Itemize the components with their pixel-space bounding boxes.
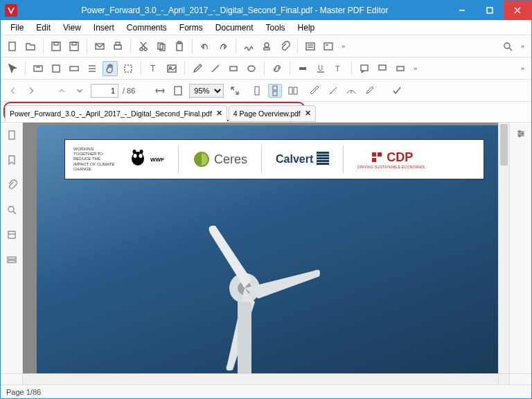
svg-rect-8 <box>72 42 76 45</box>
minimize-button[interactable] <box>448 1 476 20</box>
measure-icon[interactable] <box>344 84 358 98</box>
new-icon[interactable] <box>5 39 20 54</box>
highlight-icon[interactable] <box>295 61 310 76</box>
rect-icon[interactable] <box>226 61 241 76</box>
edit-list-icon[interactable] <box>85 61 100 76</box>
toolbar-overflow-icon[interactable]: » <box>339 43 348 50</box>
svg-rect-10 <box>114 45 121 49</box>
thumbnails-icon[interactable] <box>5 128 19 142</box>
callout-icon[interactable] <box>375 61 390 76</box>
attachments-icon[interactable] <box>5 178 19 192</box>
grid-icon[interactable] <box>326 84 340 98</box>
undo-icon[interactable] <box>197 39 213 54</box>
fit-page-icon[interactable] <box>171 84 185 98</box>
document-viewer[interactable]: WORKING TOGETHER TO REDUCE THE IMPACT OF… <box>23 123 509 373</box>
facing-page-icon[interactable] <box>286 84 300 98</box>
svg-rect-56 <box>9 131 15 139</box>
menu-comments[interactable]: Comments <box>121 21 172 34</box>
svg-rect-51 <box>273 91 277 96</box>
toolbar-main: » » <box>1 35 531 57</box>
page-up-icon[interactable] <box>55 84 69 98</box>
close-icon[interactable]: ✕ <box>216 109 222 118</box>
menu-document[interactable]: Document <box>210 21 259 34</box>
link-icon[interactable] <box>269 61 285 76</box>
page-number-input[interactable] <box>91 84 118 98</box>
underline-icon[interactable]: U <box>313 61 328 76</box>
line-icon[interactable] <box>208 61 223 76</box>
zoom-select[interactable]: 95% <box>189 84 224 98</box>
search-icon[interactable] <box>500 39 515 54</box>
cut-icon[interactable] <box>136 39 151 54</box>
svg-point-80 <box>518 131 520 133</box>
svg-point-63 <box>132 152 144 166</box>
edit-form-icon[interactable] <box>66 61 82 76</box>
menu-tools[interactable]: Tools <box>260 21 291 34</box>
hand-icon[interactable] <box>103 61 118 76</box>
note-icon[interactable] <box>357 61 372 76</box>
open-icon[interactable] <box>23 39 38 54</box>
close-icon[interactable]: ✕ <box>305 109 311 118</box>
ellipse-icon[interactable] <box>244 61 259 76</box>
text-tool-icon[interactable]: T <box>146 61 161 76</box>
svg-point-13 <box>144 48 147 51</box>
toolbar-overflow2-icon[interactable]: » <box>518 43 527 50</box>
toolbar2-overflow2-icon[interactable]: » <box>518 65 527 72</box>
single-page-icon[interactable] <box>250 84 264 98</box>
menu-forms[interactable]: Forms <box>174 21 209 34</box>
menu-help[interactable]: Help <box>292 21 321 34</box>
svg-rect-70 <box>317 154 329 157</box>
eyedropper-icon[interactable] <box>362 84 376 98</box>
menu-view[interactable]: View <box>57 21 87 34</box>
form-icon[interactable] <box>303 39 318 54</box>
fields-icon[interactable] <box>5 253 19 267</box>
email-icon[interactable] <box>92 39 107 54</box>
shape-annot-icon[interactable] <box>393 61 408 76</box>
edit-text-icon[interactable] <box>30 61 46 76</box>
search-panel-icon[interactable] <box>5 203 19 217</box>
tab-document-1[interactable]: Power_Forward_3.0_-_April_2017_-_Digital… <box>5 105 227 122</box>
svg-rect-53 <box>294 87 297 94</box>
document-tabs: Power_Forward_3.0_-_April_2017_-_Digital… <box>1 102 531 123</box>
continuous-page-icon[interactable] <box>268 84 282 98</box>
save-icon[interactable] <box>48 39 64 54</box>
image-tool-icon[interactable] <box>164 61 179 76</box>
paste-icon[interactable] <box>172 39 187 54</box>
save-as-icon[interactable] <box>66 39 82 54</box>
edit-obj-icon[interactable] <box>48 61 64 76</box>
svg-point-12 <box>140 48 143 51</box>
menu-file[interactable]: File <box>5 21 29 34</box>
bookmarks-icon[interactable] <box>5 153 19 167</box>
select-icon[interactable] <box>121 61 136 76</box>
page-down-icon[interactable] <box>73 84 87 98</box>
pointer-icon[interactable] <box>5 61 20 76</box>
tab-document-2[interactable]: 4 Page Overview.pdf ✕ <box>229 105 316 122</box>
svg-rect-1 <box>487 8 493 13</box>
signature-icon[interactable] <box>241 39 256 54</box>
layers-icon[interactable] <box>5 228 19 242</box>
cdp-logo: CDP DRIVING SUSTAINABLE ECONOMIES <box>357 150 425 169</box>
stamp-icon[interactable] <box>259 39 274 54</box>
scrollbar-thumb[interactable] <box>500 124 508 166</box>
scrollbar-vertical[interactable] <box>498 123 509 373</box>
attach-icon[interactable] <box>277 39 292 54</box>
toolbar2-overflow-icon[interactable]: » <box>411 65 420 72</box>
redo-icon[interactable] <box>215 39 231 54</box>
form2-icon[interactable] <box>321 39 336 54</box>
properties-icon[interactable] <box>515 128 526 142</box>
scrollbar-horizontal[interactable] <box>23 373 498 384</box>
close-button[interactable] <box>504 1 531 20</box>
print-icon[interactable] <box>110 39 125 54</box>
zoom-reset-icon[interactable] <box>228 84 242 98</box>
pencil-icon[interactable] <box>190 61 205 76</box>
fit-width-icon[interactable] <box>153 84 167 98</box>
menu-insert[interactable]: Insert <box>88 21 120 34</box>
text-annot-icon[interactable]: T <box>331 61 346 76</box>
check-icon[interactable] <box>390 84 404 98</box>
ruler-icon[interactable] <box>308 84 322 98</box>
prev-page-icon[interactable] <box>6 84 20 98</box>
maximize-button[interactable] <box>476 1 504 20</box>
svg-point-40 <box>248 66 255 71</box>
next-page-icon[interactable] <box>24 84 38 98</box>
copy-icon[interactable] <box>154 39 169 54</box>
menu-edit[interactable]: Edit <box>30 21 56 34</box>
